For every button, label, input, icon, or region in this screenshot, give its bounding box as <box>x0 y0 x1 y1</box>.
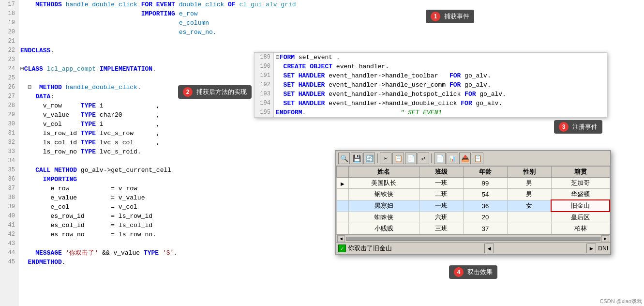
cell-4-origin[interactable]: 柏林 <box>551 223 610 234</box>
toolbar-icon-11[interactable]: 📋 <box>472 153 483 164</box>
cell-4-name[interactable]: 小贱贱 <box>349 223 419 234</box>
annotation-label-4: 双击效果 <box>467 268 493 275</box>
popup-code-line-189: ⊟FORM set_event . <box>274 53 607 62</box>
cell-3-age[interactable]: 20 <box>463 212 507 223</box>
line-number-30: 30 <box>0 120 18 129</box>
annotation-number-1: 1 <box>431 12 440 21</box>
cell-1-gender[interactable]: 男 <box>507 189 551 200</box>
grid-header-年龄: 年龄 <box>463 167 507 178</box>
row-indicator-2 <box>337 200 349 212</box>
cell-3-origin[interactable]: 皇后区 <box>551 212 610 223</box>
code-line-17: METHODS handle_double_click FOR EVENT do… <box>18 0 644 9</box>
line-number-25: 25 <box>0 74 18 83</box>
cell-3-name[interactable]: 蜘蛛侠 <box>349 212 419 223</box>
line-numbers: 1718192021222324252627282930313233343536… <box>0 0 18 306</box>
toolbar-icon-2[interactable]: 💾 <box>351 153 362 164</box>
row-indicator-0: ▶ <box>337 178 349 189</box>
line-number-21: 21 <box>0 37 18 46</box>
popup-code-line-190: CREATE OBJECT event_handler. <box>274 62 607 71</box>
cell-0-origin[interactable]: 芝加哥 <box>551 178 610 189</box>
popup-line-number-190: 190 <box>255 62 273 71</box>
cell-0-gender[interactable]: 男 <box>507 178 551 189</box>
code-line-30: v_col TYPE i , <box>18 120 644 129</box>
popup-code-line-193: SET HANDLER event_handler->handle_hotspo… <box>274 90 607 99</box>
grid-header-班级: 班级 <box>419 167 463 178</box>
code-line-19: e_column <box>18 18 644 28</box>
grid-header-籍贯: 籍贯 <box>551 167 610 178</box>
annotation-label-2: 捕获后方法的实现 <box>196 88 247 95</box>
cell-2-age[interactable]: 36 <box>463 200 507 212</box>
cell-1-age[interactable]: 54 <box>463 189 507 200</box>
annotation-number-3: 3 <box>559 122 569 132</box>
line-number-43: 43 <box>0 239 18 248</box>
cell-4-class[interactable]: 三班 <box>419 223 463 234</box>
row-indicator-1 <box>337 189 349 200</box>
annotation-label-1: 捕获事件 <box>444 13 469 20</box>
cell-2-name[interactable]: 黑寡妇 <box>349 200 419 212</box>
line-number-34: 34 <box>0 156 18 166</box>
toolbar-icon-1[interactable]: 🔍 <box>338 153 350 164</box>
toolbar-icon-8[interactable]: 📄 <box>434 153 446 164</box>
scroll-track[interactable] <box>346 237 600 241</box>
toolbar-icon-10[interactable]: 📤 <box>459 153 471 164</box>
popup-line-number-195: 195 <box>255 108 273 117</box>
toolbar-sep-2 <box>431 153 432 163</box>
grid-toolbar: 🔍 💾 🔄 ✂️ 📋 📄 ↩️ 📄 📊 📤 📋 <box>336 151 610 166</box>
cell-2-class[interactable]: 一班 <box>419 200 463 212</box>
line-number-37: 37 <box>0 184 18 193</box>
scroll-left-btn[interactable]: ◀ <box>337 235 345 242</box>
line-number-17: 17 <box>0 0 18 9</box>
line-number-22: 22 <box>0 46 18 55</box>
code-line-21 <box>18 37 644 46</box>
grid-header-姓名: 姓名 <box>349 167 419 178</box>
grid-row-3[interactable]: 蜘蛛侠六班20皇后区 <box>337 212 610 223</box>
grid-row-4[interactable]: 小贱贱三班37柏林 <box>337 223 610 234</box>
cell-0-class[interactable]: 一班 <box>419 178 463 189</box>
grid-row-0[interactable]: ▶美国队长一班99男芝加哥 <box>337 178 610 189</box>
grid-row-1[interactable]: 钢铁侠二班54男华盛顿 <box>337 189 610 200</box>
cell-1-name[interactable]: 钢铁侠 <box>349 189 419 200</box>
line-number-29: 29 <box>0 110 18 120</box>
cell-1-origin[interactable]: 华盛顿 <box>551 189 610 200</box>
row-indicator-4 <box>337 223 349 234</box>
cell-0-age[interactable]: 99 <box>463 178 507 189</box>
line-number-40: 40 <box>0 212 18 221</box>
line-number-27: 27 <box>0 92 18 101</box>
code-line-31: ls_row_id TYPE lvc_s_row , <box>18 129 644 138</box>
code-line-32: ls_col_id TYPE lvc_s_col , <box>18 138 644 147</box>
cell-4-age[interactable]: 37 <box>463 223 507 234</box>
popup-line-number-193: 193 <box>255 90 273 99</box>
toolbar-icon-5[interactable]: 📋 <box>392 153 404 164</box>
status-next-btn[interactable]: ▶ <box>586 244 596 253</box>
cell-4-gender[interactable] <box>507 223 551 234</box>
toolbar-icon-9[interactable]: 📊 <box>447 153 458 164</box>
editor-container: 1718192021222324252627282930313233343536… <box>0 0 644 306</box>
grid-row-2[interactable]: 黑寡妇一班36女旧金山 <box>337 200 610 212</box>
toolbar-icon-7[interactable]: ↩️ <box>418 153 429 164</box>
toolbar-icon-4[interactable]: ✂️ <box>380 153 391 164</box>
line-number-35: 35 <box>0 166 18 175</box>
grid-scrollbar[interactable]: ◀ ▶ <box>336 234 610 242</box>
annotation-bubble-4: 4 双击效果 <box>449 265 497 279</box>
grid-header-indicator <box>337 167 349 178</box>
popup-code-line-191: SET HANDLER event_handler->handle_toolba… <box>274 71 607 80</box>
code-line-18: IMPORTING e_row <box>18 9 644 18</box>
line-number-19: 19 <box>0 18 18 28</box>
toolbar-icon-3[interactable]: 🔄 <box>363 153 375 164</box>
line-number-38: 38 <box>0 193 18 202</box>
toolbar-icon-6[interactable]: 📄 <box>405 153 417 164</box>
popup-line-number-189: 189 <box>255 53 273 62</box>
cell-2-origin[interactable]: 旧金山 <box>551 200 610 212</box>
scroll-right-btn[interactable]: ▶ <box>601 235 609 242</box>
row-indicator-3 <box>337 212 349 223</box>
grid-statusbar: ✓ 你双击了旧金山 ◀ ▶ DNI <box>336 242 610 254</box>
cell-2-gender[interactable]: 女 <box>507 200 551 212</box>
status-prev-btn[interactable]: ◀ <box>484 244 494 253</box>
cell-0-name[interactable]: 美国队长 <box>349 178 419 189</box>
grid-popup[interactable]: 🔍 💾 🔄 ✂️ 📋 📄 ↩️ 📄 📊 📤 📋 姓名班级年龄性别籍贯▶美国队长一… <box>335 150 611 255</box>
cell-1-class[interactable]: 二班 <box>419 189 463 200</box>
cell-3-class[interactable]: 六班 <box>419 212 463 223</box>
popup-code-line-194: SET HANDLER event_handler->handle_double… <box>274 99 607 108</box>
popup-code-line-192: SET HANDLER event_handler->handle_user_c… <box>274 80 607 90</box>
cell-3-gender[interactable] <box>507 212 551 223</box>
